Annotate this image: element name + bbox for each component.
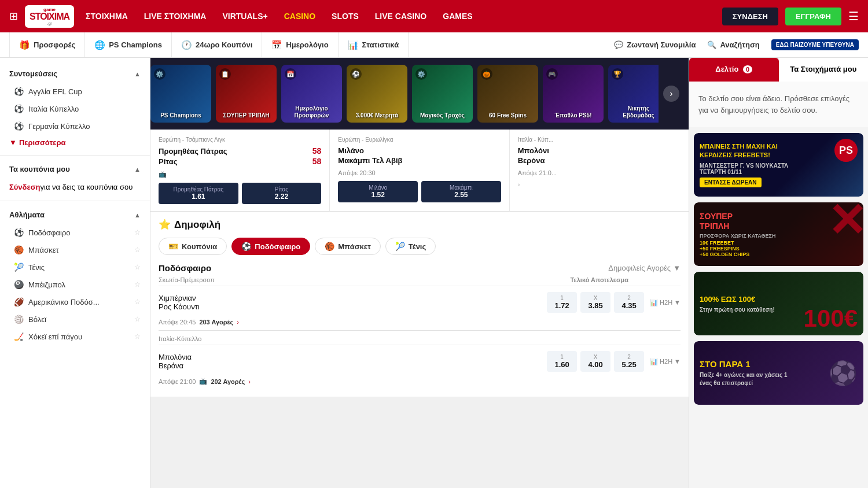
nav-live-casino[interactable]: LIVE CASINO: [375, 12, 426, 21]
betslip-tab[interactable]: Δελτίο 0: [689, 58, 779, 82]
football-fav-icon[interactable]: ☆: [134, 228, 141, 236]
sidebar-item-baseball[interactable]: 🎱 Μπέιζμπολ ☆: [0, 276, 150, 293]
tv-icon-match1: 📺: [199, 378, 207, 385]
sidebar-item-american-football[interactable]: 🏈 Αμερικάνικο Ποδόσ... ☆: [0, 293, 150, 310]
sports-header[interactable]: Αθλήματα ▲: [0, 206, 150, 224]
coupons-login-suffix: για να δεις τα κουπόνια σου: [41, 183, 133, 191]
tab-coupons[interactable]: 🎫 Κουπόνια: [159, 238, 227, 255]
sidebar-item-football[interactable]: ⚽ Ποδόσφαιρο ☆: [0, 224, 150, 241]
odd-1-row-1[interactable]: 1 1.60: [547, 351, 577, 372]
sidebar-item-basketball[interactable]: 🏀 Μπάσκετ ☆: [0, 241, 150, 258]
search-label: Αναζήτηση: [720, 40, 759, 49]
banner-triple-perk3: +50 GOLDEN CHIPS: [700, 251, 776, 257]
h2h-button-0[interactable]: 📊 H2H ▼: [650, 299, 681, 306]
hockey-fav-icon[interactable]: ☆: [134, 332, 141, 341]
logo[interactable]: game STOIXIMA .gr: [25, 5, 74, 28]
match-team1-0: Προμηθέας Πάτρας 58: [159, 146, 321, 156]
login-button[interactable]: ΣΥΝΔΕΣΗ: [722, 8, 778, 25]
volleyball-label: Βόλεϊ: [28, 315, 46, 324]
sec-nav-stats[interactable]: 📊 Στατιστικά: [339, 32, 409, 57]
volleyball-fav-icon[interactable]: ☆: [134, 315, 141, 323]
promo-card-winner[interactable]: 🏆 Νικητής Εβδομάδας: [608, 65, 659, 123]
sec-nav-ps-champions[interactable]: 🌐 PS Champions: [85, 32, 172, 57]
match-odd-btn-0-2[interactable]: Ρίτας 2.22: [242, 183, 322, 204]
promo-card-ps-champions[interactable]: ⚙️ PS Champions: [150, 65, 211, 123]
coupons-login-link[interactable]: Σύνδεση: [9, 183, 41, 191]
register-button[interactable]: ΕΓΓΡΑΦΗ: [785, 8, 841, 25]
baseball-fav-icon[interactable]: ☆: [134, 280, 141, 289]
odd-2-row-0[interactable]: 2 4.35: [614, 292, 644, 313]
tab-football[interactable]: ⚽ Ποδόσφαιρο: [231, 238, 310, 255]
sidebar-item-tennis[interactable]: 🎾 Τένις ☆: [0, 258, 150, 276]
search-button[interactable]: 🔍 Αναζήτηση: [707, 40, 759, 49]
betslip-count-badge: 0: [743, 65, 752, 73]
banner-100[interactable]: 100% ΕΩΣ 100€ Στην πρώτη σου κατάθεση! 1…: [694, 272, 863, 335]
nav-virtuals[interactable]: VIRTUALS+: [222, 12, 267, 21]
match-odd-btn-0-1[interactable]: Προμηθέας Πάτρας 1.61: [159, 183, 238, 204]
promo-card-wheel[interactable]: ⚙️ Μαγικός Τροχός: [412, 65, 473, 123]
tennis-tab-icon: 🎾: [395, 242, 405, 251]
promo-card-super-triple[interactable]: 📋 ΣΟΥΠΕΡ ΤΡΙΠΛΗ: [216, 65, 277, 123]
stats-icon: 📊: [348, 40, 359, 50]
coupons-header[interactable]: Τα κουπόνια μου ▲: [0, 160, 150, 178]
sidebar-item-hockey[interactable]: 🏒 Χόκεϊ επί πάγου ☆: [0, 328, 150, 345]
match-odd-btn-1-1[interactable]: Μιλάνο 1.52: [338, 181, 418, 202]
sidebar-more-shortcuts[interactable]: ▼ Περισσότερα: [0, 135, 150, 150]
banner-ps-champions[interactable]: ΜΠΑΙΝΕΙΣ ΣΤΗ ΜΑΧΗ ΚΑΙΚΕΡΔΙΖΕΙΣ FREEBETS!…: [694, 133, 863, 197]
sport-section-title: Ποδόσφαιρο Δημοφιλείς Αγορές ▼: [159, 263, 681, 273]
banner-para1[interactable]: ΣΤΟ ΠΑΡΑ 1 Παίξε 4+ αγώνες και αν χάσεις…: [694, 341, 863, 405]
tennis-fav-icon[interactable]: ☆: [134, 263, 141, 271]
sec-nav-offers[interactable]: 🎁 Προσφορές: [9, 32, 85, 57]
chevron-down-icon: ▼: [9, 138, 17, 147]
promo-card-ps5[interactable]: 🎮 Έπαθλο PS5!: [543, 65, 604, 123]
markets-arrow-1[interactable]: ›: [248, 378, 251, 385]
main-layout: Συντομεύσεις ▲ ⚽ Αγγλία EFL Cup ⚽ Ιταλία…: [0, 58, 868, 488]
popular-section: ⭐ Δημοφιλή 🎫 Κουπόνια ⚽ Ποδόσφαιρο 🏀 Μπά…: [150, 212, 689, 397]
sidebar-item-italy-cup[interactable]: ⚽ Ιταλία Κύπελλο: [0, 100, 150, 117]
odd-x-row-1[interactable]: X 4.00: [580, 351, 610, 372]
match-odd-btn-1-2[interactable]: Μακάμπι 2.55: [421, 181, 501, 202]
basketball-fav-icon[interactable]: ☆: [134, 246, 141, 254]
markets-arrow-0[interactable]: ›: [237, 319, 239, 326]
sidebar-item-volleyball[interactable]: 🏐 Βόλεϊ ☆: [0, 310, 150, 328]
promo-card-text-7: Νικητής Εβδομάδας: [612, 105, 659, 119]
odd-x-row-0[interactable]: X 3.85: [580, 292, 610, 313]
shortcuts-header[interactable]: Συντομεύσεις ▲: [0, 65, 150, 83]
am-football-fav-icon[interactable]: ☆: [134, 298, 141, 306]
banner-super-triple[interactable]: ΣΟΥΠΕΡΤΡΙΠΛΗ ΠΡΟΣΦΟΡΑ ΧΩΡΙΣ ΚΑΤΑΘΕΣΗ 10€…: [694, 202, 863, 266]
promo-card-icon-7: 🏆: [612, 68, 623, 80]
banner-triple-perk2: +50 FREESPINS: [700, 245, 776, 251]
nav-casino[interactable]: CASINO: [284, 12, 315, 21]
grid-icon[interactable]: ⊞: [9, 10, 18, 23]
match-league-0: Ευρώπη - Τσάμπιονς Λιγκ: [159, 136, 321, 143]
sec-nav-calendar[interactable]: 📅 Ημερολόγιο: [262, 32, 338, 57]
sidebar-item-efl[interactable]: ⚽ Αγγλία EFL Cup: [0, 83, 150, 100]
promo-card-cash[interactable]: ⚽ 3.000€ Μετρητά: [347, 65, 407, 123]
h2h-button-1[interactable]: 📊 H2H ▼: [650, 358, 681, 365]
nav-games[interactable]: GAMES: [443, 12, 472, 21]
sidebar-item-germany-cup[interactable]: ⚽ Γερμανία Κύπελλο: [0, 117, 150, 135]
basketball-label: Μπάσκετ: [28, 246, 59, 254]
promo-card-freespins[interactable]: 🎃 60 Free Spins: [477, 65, 538, 123]
tab-tennis[interactable]: 🎾 Τένις: [385, 238, 436, 255]
match-tv-icon-0: 📺: [159, 171, 321, 178]
sec-nav-24h-coupon[interactable]: 🕐 24ωρο Κουπόνι: [172, 32, 262, 57]
carousel-next-button[interactable]: ›: [663, 86, 679, 102]
clock-icon: 🕐: [181, 40, 192, 50]
nav-stoixima[interactable]: ΣΤΟΙΧΗΜΑ: [86, 12, 128, 21]
popular-markets-dropdown[interactable]: Δημοφιλείς Αγορές ▼: [608, 264, 681, 272]
odd-1-row-0[interactable]: 1 1.72: [547, 292, 577, 313]
h2h-chevron-icon: ▼: [674, 299, 681, 306]
banner-enter-button[interactable]: ΕΝΤΑΣΣΕ ΔΩΡΕΑΝ: [700, 178, 762, 187]
tab-basketball[interactable]: 🏀 Μπάσκετ: [315, 238, 381, 255]
promo-card-calendar[interactable]: 📅 Ημερολόγιο Προσφορών: [281, 65, 342, 123]
my-bets-tab[interactable]: Τα Στοιχήματά μου: [779, 58, 869, 82]
responsible-gaming-badge[interactable]: ΕΔΩ ΠΑΙΖΟΥΜΕ ΥΠΕΥΘΥΝΑ: [771, 39, 859, 50]
odd-2-row-1[interactable]: 2 5.25: [614, 351, 644, 372]
nav-live-stoixima[interactable]: LIVE ΣΤΟΙΧΗΜΑ: [144, 12, 207, 21]
markets-count-1: 202 Αγορές: [211, 378, 245, 385]
match-row-inner-0: Χιμπέρνιαν Ρος Κάουντι 1 1.72 X 3.85: [159, 286, 681, 319]
nav-slots[interactable]: SLOTS: [332, 12, 359, 21]
hamburger-menu-icon[interactable]: ☰: [848, 9, 859, 23]
live-chat-button[interactable]: 💬 Ζωντανή Συνομιλία: [614, 40, 696, 49]
